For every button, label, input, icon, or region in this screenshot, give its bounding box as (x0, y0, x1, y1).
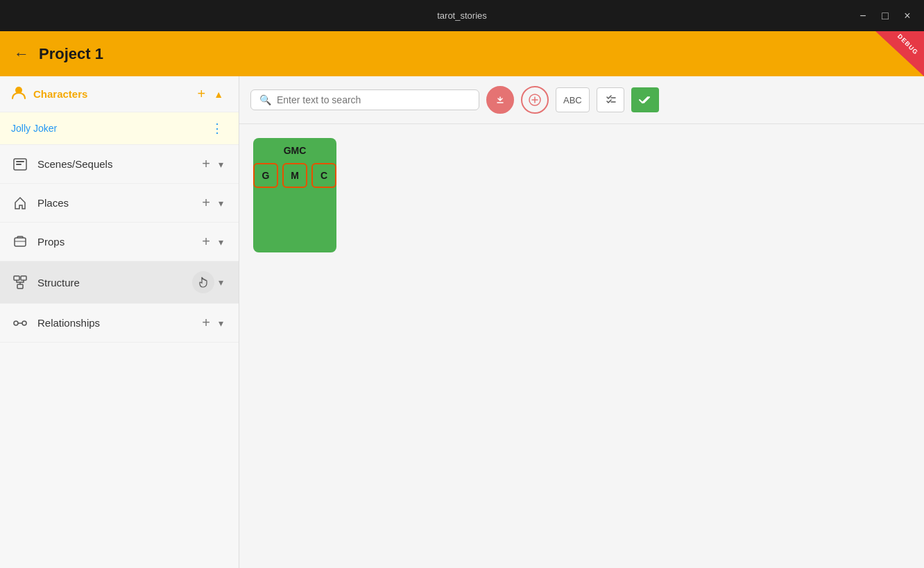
hand-pointer-icon (198, 277, 209, 288)
props-collapse-button[interactable]: ▾ (214, 235, 228, 249)
abc-label: ABC (563, 95, 582, 105)
download-icon (494, 94, 506, 106)
character-name: Jolly Joker (11, 123, 207, 134)
props-add-button[interactable]: + (198, 232, 214, 251)
svg-rect-2 (16, 161, 24, 162)
svg-rect-6 (21, 276, 26, 280)
structure-icon (11, 273, 29, 291)
app-body: ← Project 1 DEBUG Characters + ▲ (0, 31, 924, 568)
places-label: Places (37, 197, 198, 209)
characters-collapse-button[interactable]: ▲ (209, 87, 228, 101)
svg-rect-5 (14, 276, 19, 280)
titlebar: tarot_stories − □ × (0, 0, 924, 31)
search-input[interactable] (277, 94, 470, 105)
close-button[interactable]: × (899, 8, 916, 24)
gmc-title: GMC (284, 145, 307, 156)
places-collapse-button[interactable]: ▾ (214, 196, 228, 210)
gmc-g-button[interactable]: G (253, 163, 278, 188)
sidebar-item-relationships[interactable]: Relationships + ▾ (0, 304, 239, 343)
maximize-button[interactable]: □ (877, 8, 893, 24)
scenes-add-button[interactable]: + (198, 155, 214, 173)
svg-point-9 (22, 321, 26, 325)
search-box: 🔍 (250, 89, 479, 110)
svg-point-8 (14, 321, 18, 325)
scenes-label: Scenes/Sequels (37, 158, 198, 170)
app-title: tarot_stories (437, 10, 487, 21)
characters-icon (11, 85, 26, 103)
sidebar-item-scenes-sequels[interactable]: Scenes/Sequels + ▾ (0, 145, 239, 184)
characters-add-button[interactable]: + (193, 85, 209, 103)
minimize-button[interactable]: − (855, 8, 871, 24)
sidebar-item-structure[interactable]: Structure ▾ (0, 261, 239, 304)
structure-label: Structure (37, 277, 192, 289)
places-icon (11, 194, 29, 212)
svg-rect-3 (16, 164, 22, 165)
gmc-c-button[interactable]: C (311, 163, 336, 188)
main-content: Characters + ▲ Jolly Joker ⋮ Scenes/S (0, 76, 924, 568)
scenes-icon (11, 155, 29, 173)
relationships-icon (11, 314, 29, 332)
download-button[interactable] (486, 86, 514, 114)
props-label: Props (37, 236, 198, 248)
back-button[interactable]: ← (14, 45, 29, 63)
svg-rect-7 (17, 284, 23, 289)
sidebar-item-props[interactable]: Props + ▾ (0, 223, 239, 261)
relationships-add-button[interactable]: + (198, 313, 214, 332)
gmc-card[interactable]: GMC G M C (253, 138, 336, 252)
props-icon (11, 233, 29, 251)
relationships-label: Relationships (37, 317, 198, 329)
green-check-button[interactable] (631, 87, 659, 112)
toolbar: 🔍 ABC (239, 76, 924, 124)
characters-label: Characters (33, 88, 193, 100)
search-icon: 🔍 (259, 94, 271, 105)
checklist-icon (604, 94, 617, 106)
checklist-button[interactable] (597, 87, 624, 112)
content-area: GMC G M C (239, 124, 924, 568)
relationships-collapse-button[interactable]: ▾ (214, 316, 228, 330)
gmc-m-button[interactable]: M (282, 163, 307, 188)
character-menu-button[interactable]: ⋮ (207, 119, 228, 137)
abc-button[interactable]: ABC (556, 87, 590, 112)
debug-badge: DEBUG (875, 31, 924, 76)
gmc-buttons: G M C (253, 163, 336, 188)
plus-circle-icon (529, 94, 541, 106)
sidebar-item-places[interactable]: Places + ▾ (0, 184, 239, 223)
structure-collapse-button[interactable]: ▾ (214, 275, 228, 289)
double-check-icon (638, 94, 652, 106)
characters-section-header[interactable]: Characters + ▲ (0, 76, 239, 112)
add-button[interactable] (521, 86, 549, 114)
structure-add-hover[interactable] (192, 271, 214, 293)
window-controls: − □ × (855, 8, 916, 24)
scenes-collapse-button[interactable]: ▾ (214, 157, 228, 171)
places-add-button[interactable]: + (198, 193, 214, 212)
svg-rect-4 (15, 238, 26, 246)
topbar: ← Project 1 DEBUG (0, 31, 924, 76)
character-item-jolly-joker[interactable]: Jolly Joker ⋮ (0, 112, 239, 145)
project-title: Project 1 (39, 45, 103, 63)
right-panel: 🔍 ABC (239, 76, 924, 568)
debug-label: DEBUG (896, 33, 920, 56)
sidebar: Characters + ▲ Jolly Joker ⋮ Scenes/S (0, 76, 239, 568)
